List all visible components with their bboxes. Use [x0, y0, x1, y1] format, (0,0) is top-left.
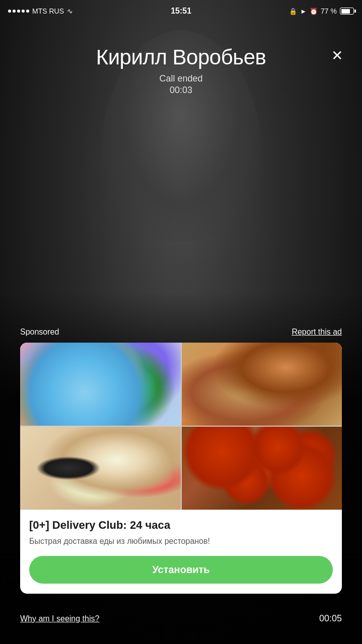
ad-description: Быстрая доставка еды из любимых ресторан… — [29, 536, 333, 547]
ad-title: [0+] Delivery Club: 24 часа — [29, 519, 333, 532]
ad-image-burger — [182, 343, 342, 426]
report-ad-link[interactable]: Report this ad — [292, 328, 342, 337]
call-duration: 00:03 — [170, 85, 192, 96]
ad-content: [0+] Delivery Club: 24 часа Быстрая дост… — [20, 510, 342, 594]
ad-header: Sponsored Report this ad — [20, 328, 342, 337]
alarm-icon: ⏰ — [310, 8, 318, 15]
close-button[interactable]: ✕ — [327, 45, 347, 65]
status-bar: MTS RUS ∿ 15:51 🔒 ► ⏰ 77 % — [0, 0, 362, 22]
ad-section: Sponsored Report this ad [0+] Delivery C… — [20, 328, 342, 594]
caller-name: Кирилл Воробьев — [96, 45, 266, 69]
sponsored-label: Sponsored — [20, 328, 59, 337]
battery-percent: 77 % — [321, 7, 337, 15]
ad-card: [0+] Delivery Club: 24 часа Быстрая дост… — [20, 343, 342, 594]
lock-icon: 🔒 — [289, 8, 297, 15]
ad-image-sushi — [20, 427, 181, 510]
carrier-name: MTS RUS — [32, 7, 64, 15]
battery-fill — [341, 9, 350, 14]
battery-icon — [340, 8, 354, 15]
why-seeing-link[interactable]: Why am I seeing this? — [20, 614, 99, 623]
signal-icon — [8, 10, 29, 13]
status-right: 🔒 ► ⏰ 77 % — [289, 7, 354, 15]
status-time: 15:51 — [171, 7, 191, 16]
location-icon: ► — [300, 8, 307, 15]
ad-image-pizza — [182, 427, 342, 510]
ad-image-candy — [20, 343, 181, 426]
install-button[interactable]: Установить — [29, 556, 333, 584]
wifi-icon: ∿ — [67, 7, 73, 15]
ad-images-grid — [20, 343, 342, 510]
status-left: MTS RUS ∿ — [8, 7, 73, 15]
footer-timer: 00:05 — [319, 613, 342, 624]
call-status: Call ended — [159, 73, 202, 84]
ad-footer: Why am I seeing this? 00:05 — [20, 613, 342, 624]
